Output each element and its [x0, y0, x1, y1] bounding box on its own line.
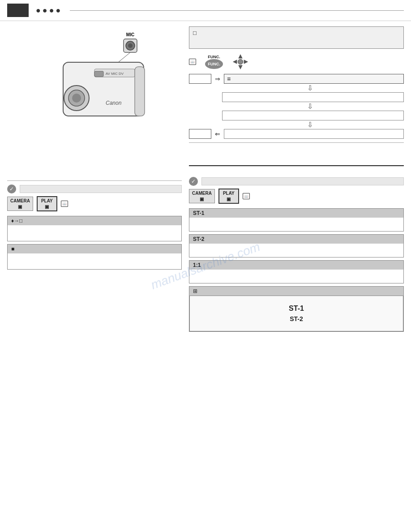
- play-mode-btn-right[interactable]: PLAY ▣: [218, 189, 239, 204]
- thin-divider-2: [7, 180, 182, 181]
- svg-text:Canon: Canon: [106, 100, 122, 106]
- left-lower: ✓ CAMERA ▣ PLAY ▣ 📖 ♦→□ ■: [7, 177, 182, 335]
- audio-body-2: [8, 253, 181, 269]
- step-label-1: [189, 74, 211, 84]
- section-divider: [189, 165, 404, 166]
- camera-mode-btn-right[interactable]: CAMERA ▣: [189, 189, 215, 203]
- mode-buttons-left: CAMERA ▣ PLAY ▣ 📖: [7, 196, 182, 211]
- left-column-upper: MIC AV MIC DV: [7, 26, 182, 172]
- mode-buttons-right: CAMERA ▣ PLAY ▣ 📖: [189, 189, 404, 204]
- play-cassette-icon-right: ▣: [227, 196, 231, 202]
- dpad-icon[interactable]: [232, 53, 249, 70]
- book-icon: 📖: [189, 59, 196, 65]
- st-display-header: ⊞: [189, 287, 403, 296]
- right-column-upper: □ 📖 FUNC. FUNC.: [189, 26, 404, 172]
- svg-point-18: [238, 59, 243, 64]
- svg-text:MIC: MIC: [126, 32, 134, 37]
- camera-diagram: MIC AV MIC DV: [7, 26, 182, 125]
- option-box-11: 1:1: [189, 260, 404, 283]
- func-button[interactable]: FUNC.: [205, 59, 223, 69]
- step-result-label: [189, 129, 211, 139]
- step-value-box-1: [222, 92, 404, 102]
- option-body-11: [189, 270, 403, 283]
- st1-label: ST-1: [289, 305, 304, 313]
- option-body-st1: [189, 218, 403, 231]
- check-bar-right: [201, 177, 404, 185]
- page-indicator-block: [7, 4, 29, 17]
- step-result-row: ⇐: [189, 129, 404, 139]
- play-label-left: PLAY: [41, 198, 53, 204]
- step-menu-box-1: ≡: [224, 74, 404, 84]
- header-dots: ●●●●: [36, 6, 63, 15]
- func-area: 📖 FUNC. FUNC.: [189, 53, 404, 70]
- step-down-3: ⇩: [216, 120, 404, 129]
- menu-list-icon: ≡: [227, 75, 231, 82]
- nav-wrapper: ⇒ ≡ ⇩ ⇩: [189, 74, 404, 139]
- svg-rect-11: [135, 67, 145, 116]
- camera-label-left: CAMERA: [10, 198, 30, 204]
- spacer: [189, 146, 404, 160]
- step-result-box: [224, 129, 404, 139]
- step-down-1: ⇩: [216, 84, 404, 92]
- st-display-icon: ⊞: [193, 288, 197, 294]
- play-mode-btn-left[interactable]: PLAY ▣: [37, 196, 57, 211]
- book-icon-left-lower: 📖: [61, 201, 68, 207]
- camera-label-right: CAMERA: [192, 190, 212, 196]
- audio-box-1: ♦→□: [7, 216, 182, 241]
- func-label: FUNC.: [208, 55, 220, 59]
- header-line: [70, 10, 404, 11]
- audio-box-2: ■: [7, 244, 182, 270]
- svg-point-8: [72, 94, 81, 103]
- step-row-3: [189, 111, 404, 120]
- step-down-2: ⇩: [216, 102, 404, 111]
- svg-rect-13: [94, 71, 103, 77]
- lower-section: ✓ CAMERA ▣ PLAY ▣ 📖 ♦→□ ■: [0, 177, 411, 342]
- info-box-body: [193, 38, 400, 40]
- header-bar: ●●●●: [0, 0, 411, 21]
- info-box-header: □: [193, 29, 400, 38]
- camera-mode-btn-left[interactable]: CAMERA ▣: [7, 197, 33, 211]
- play-label-right: PLAY: [223, 190, 235, 196]
- audio-body-1: [8, 225, 181, 241]
- right-lower: ✓ CAMERA ▣ PLAY ▣ 📖 ST-1 ST-2 1:1: [189, 177, 404, 335]
- book-icon-right-lower: 📖: [243, 193, 250, 199]
- top-info-box: □: [189, 26, 404, 49]
- step-value-box-2: [222, 111, 404, 120]
- st-display-container: ⊞ ST-1 ST-2: [189, 286, 404, 332]
- play-cassette-icon-left: ▣: [45, 204, 49, 210]
- check-circle-left: ✓: [7, 184, 16, 193]
- option-body-st2: [189, 244, 403, 257]
- svg-marker-16: [233, 60, 237, 64]
- audio-header-1: ♦→□: [8, 216, 181, 225]
- option-header-11: 1:1: [189, 261, 403, 270]
- svg-text:AV  MIC  DV: AV MIC DV: [106, 72, 124, 76]
- svg-point-3: [128, 43, 133, 48]
- svg-marker-17: [244, 60, 248, 64]
- option-header-st2: ST-2: [189, 235, 403, 244]
- option-box-st2: ST-2: [189, 234, 404, 257]
- option-box-st1: ST-1: [189, 208, 404, 232]
- step-arrow-left: ⇐: [215, 130, 220, 137]
- check-row-left: ✓: [7, 184, 182, 193]
- svg-marker-15: [238, 65, 243, 70]
- camera-cassette-icon-right: ▣: [200, 196, 204, 202]
- thin-divider-1: [189, 142, 404, 143]
- audio-icon-2: ■: [11, 246, 14, 252]
- check-circle-right: ✓: [189, 177, 198, 186]
- step-row-2: [189, 92, 404, 102]
- step-arrow-right-1: ⇒: [215, 75, 220, 82]
- camera-cassette-icon-left: ▣: [18, 204, 22, 210]
- audio-icon-1: ♦→□: [11, 218, 22, 224]
- audio-header-2: ■: [8, 245, 181, 253]
- step-row-1: ⇒ ≡: [189, 74, 404, 84]
- info-icon: □: [193, 30, 197, 36]
- camera-illustration: MIC AV MIC DV: [36, 26, 153, 125]
- svg-marker-14: [238, 54, 243, 58]
- check-row-right: ✓: [189, 177, 404, 186]
- st2-label: ST-2: [290, 315, 303, 322]
- nav-steps: ⇒ ≡ ⇩ ⇩: [189, 74, 404, 139]
- upper-section: MIC AV MIC DV: [0, 21, 411, 177]
- check-bar-left: [20, 185, 182, 193]
- camera-svg-area: MIC AV MIC DV: [36, 26, 153, 125]
- st-display-body: ST-1 ST-2: [189, 296, 403, 331]
